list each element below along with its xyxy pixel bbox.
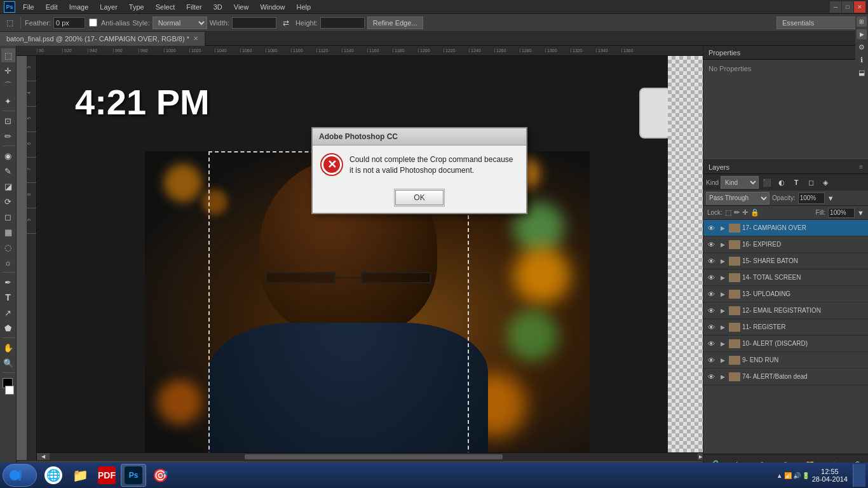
menu-window[interactable]: Window [255,2,290,12]
layer-visibility-icon[interactable]: 👁 [706,289,716,299]
height-input[interactable] [320,17,365,29]
scroll-left-btn[interactable]: ◀ [37,453,50,461]
layer-filter-pixel[interactable]: ⬛ [761,176,773,189]
start-button[interactable] [3,464,37,487]
layer-visibility-icon[interactable]: 👁 [706,355,716,365]
layer-visibility-icon[interactable]: 👁 [706,306,716,316]
type-button[interactable]: T [1,290,15,304]
layer-visibility-icon[interactable]: 👁 [706,339,716,349]
layer-item[interactable]: 👁 ▶ 15- SHARE BATON [703,253,868,269]
layer-visibility-icon[interactable]: 👁 [706,273,716,283]
lock-pixel-icon[interactable]: ⬚ [725,208,731,217]
horizontal-scrollbar[interactable]: ◀ ▶ [37,452,703,460]
layer-item[interactable]: 👁 ▶ 10- ALERT (DISCARD) [703,336,868,352]
heal-brush-button[interactable]: ◉ [1,149,15,163]
layer-visibility-icon[interactable]: 👁 [706,256,716,266]
menu-edit[interactable]: Edit [41,2,63,12]
eraser-button[interactable]: ◻ [1,210,15,224]
layer-filter-type[interactable]: T [790,176,803,189]
layer-filter-shape[interactable]: ◻ [804,176,817,189]
scroll-right-btn[interactable]: ▶ [698,453,703,461]
magic-wand-button[interactable]: ✦ [1,94,15,108]
dodge-button[interactable]: ☼ [1,255,15,269]
swap-icon[interactable]: ⇄ [279,16,293,30]
layer-filter-adjust[interactable]: ◐ [775,176,788,189]
layer-expand-icon[interactable]: ▶ [718,273,727,282]
menu-file[interactable]: File [18,2,39,12]
layers-scroll[interactable]: 👁 ▶ 17- CAMPAIGN OVER 👁 ▶ 16- EXPIRED 👁 … [703,220,868,454]
layer-item[interactable]: 👁 ▶ 17- CAMPAIGN OVER [703,220,868,236]
layer-item[interactable]: 👁 ▶ 16- EXPIRED [703,236,868,253]
dialog-ok-button[interactable]: OK [395,190,443,205]
layer-item[interactable]: 👁 ▶ 13- UPLOADING [703,286,868,302]
workspace-select[interactable]: Essentials [776,17,865,29]
lasso-tool-button[interactable]: ⌒ [1,79,15,93]
layer-expand-icon[interactable]: ▶ [718,306,727,315]
panel-icon-5[interactable]: ⬓ [857,67,867,78]
layer-item[interactable]: 👁 ▶ 11- REGISTER [703,319,868,336]
minimize-button[interactable]: ─ [830,1,841,13]
crop-tool-button[interactable]: ⊡ [1,114,15,128]
menu-select[interactable]: Select [151,2,180,12]
lock-move-icon[interactable]: ✛ [742,208,748,217]
doc-close-icon[interactable]: ✕ [193,35,198,42]
panel-icon-4[interactable]: ℹ [857,55,867,65]
taskbar-chrome[interactable]: 🌐 [41,464,66,487]
document-tab[interactable]: baton_final.psd @ 200% (17- CAMPAIGN OVE… [0,32,205,46]
layer-expand-icon[interactable]: ▶ [718,356,727,365]
layer-item[interactable]: 👁 ▶ 74- ALERT/Baton dead [703,369,868,385]
taskbar-other[interactable]: 🎯 [147,464,173,487]
panel-icon-1[interactable]: ⊞ [857,17,867,27]
history-brush-button[interactable]: ⟳ [1,194,15,208]
menu-filter[interactable]: Filter [181,2,207,12]
layer-filter-smart[interactable]: ◈ [819,176,832,189]
background-color[interactable] [5,386,14,395]
opacity-dropdown-icon[interactable]: ▼ [827,194,834,202]
width-input[interactable] [232,17,276,29]
layer-visibility-icon[interactable]: 👁 [706,372,716,382]
panel-icon-2[interactable]: ▶ [857,29,867,39]
layer-expand-icon[interactable]: ▶ [718,290,727,299]
layer-visibility-icon[interactable]: 👁 [706,223,716,233]
layer-expand-icon[interactable]: ▶ [718,224,727,233]
pen-button[interactable]: ✒ [1,275,15,289]
taskbar-pdf[interactable]: PDF [94,464,119,487]
feather-input[interactable] [53,17,85,29]
menu-view[interactable]: View [229,2,254,12]
style-select[interactable]: Normal Fixed Ratio Fixed Size [153,17,207,29]
marquee-tool-button[interactable]: ⬚ [1,48,15,62]
menu-3d[interactable]: 3D [208,2,227,12]
layer-expand-icon[interactable]: ▶ [718,372,727,381]
menu-image[interactable]: Image [64,2,94,12]
taskbar-photoshop[interactable]: Ps [121,464,146,487]
menu-type[interactable]: Type [124,2,149,12]
layer-item[interactable]: 👁 ▶ 9- END RUN [703,352,868,369]
scroll-thumb-h[interactable] [245,454,503,459]
layers-menu-icon[interactable]: ≡ [859,163,863,170]
menu-help[interactable]: Help [292,2,316,12]
blur-button[interactable]: ◌ [1,240,15,254]
restore-button[interactable]: □ [842,1,853,13]
hand-button[interactable]: ✋ [1,341,15,355]
shape-button[interactable]: ⬟ [1,321,15,335]
gradient-button[interactable]: ▦ [1,225,15,239]
opacity-input[interactable] [798,193,825,204]
fill-dropdown-icon[interactable]: ▼ [857,209,864,217]
antialias-checkbox[interactable] [89,18,97,27]
layer-expand-icon[interactable]: ▶ [718,323,727,332]
layer-item[interactable]: 👁 ▶ 12- EMAIL REGISTRATION [703,302,868,319]
path-select-button[interactable]: ↗ [1,306,15,320]
brush-button[interactable]: ✎ [1,164,15,178]
refine-edge-button[interactable]: Refine Edge... [367,17,423,29]
fill-input[interactable] [828,208,855,218]
lock-pos-icon[interactable]: ✏ [734,208,740,217]
layer-expand-icon[interactable]: ▶ [718,257,727,266]
lock-all-icon[interactable]: 🔒 [750,208,759,217]
blend-mode-select[interactable]: Pass Through Normal Multiply Screen [706,192,770,205]
close-button[interactable]: ✕ [854,1,865,13]
layer-visibility-icon[interactable]: 👁 [706,322,716,332]
stamp-button[interactable]: ◪ [1,179,15,193]
layer-visibility-icon[interactable]: 👁 [706,240,716,250]
taskbar-explorer[interactable]: 📁 [67,464,93,487]
move-tool-button[interactable]: ✛ [1,64,15,78]
